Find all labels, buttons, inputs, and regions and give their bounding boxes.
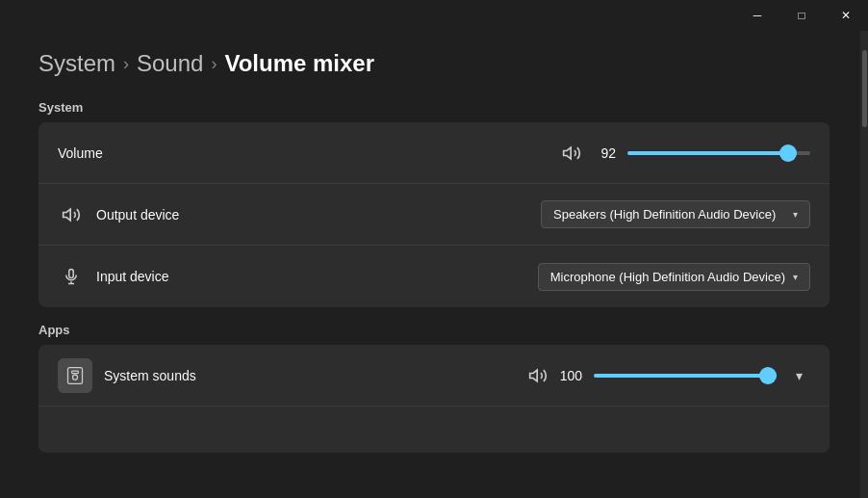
main-content: System › Sound › Volume mixer System Vol… [0,31,868,498]
input-icon [58,267,85,286]
system-sounds-volume-icon [528,366,548,385]
output-device-label: Output device [96,207,541,223]
input-device-value: Microphone (High Definition Audio Device… [550,270,785,284]
system-sounds-expand-button[interactable]: ▾ [788,364,810,387]
svg-rect-2 [69,270,74,278]
system-sounds-slider[interactable] [594,374,777,378]
system-section-label: System [38,100,830,115]
breadcrumb-sep2: › [211,54,217,74]
output-device-row: Output device Speakers (High Definition … [38,184,830,246]
output-device-dropdown[interactable]: Speakers (High Definition Audio Device) … [541,200,810,228]
scrollbar[interactable] [860,31,868,498]
partial-app-row [38,406,830,453]
apps-card: System sounds 100 ▾ [38,345,830,453]
system-sounds-value: 100 [559,368,582,383]
volume-controls: 92 [562,144,810,163]
system-sounds-controls: 100 ▾ [528,364,810,387]
system-sounds-icon [58,358,92,393]
apps-section-label: Apps [38,323,830,337]
partial-row-text [58,423,62,437]
svg-rect-7 [72,371,79,374]
svg-marker-0 [564,147,572,159]
volume-row: Volume 92 [38,122,830,184]
maximize-button[interactable]: □ [779,0,824,31]
input-dropdown-arrow: ▾ [793,272,798,282]
output-dropdown-arrow: ▾ [793,209,798,220]
output-device-value: Speakers (High Definition Audio Device) [553,207,776,222]
svg-rect-5 [68,367,83,383]
volume-value: 92 [593,145,616,161]
system-sounds-label: System sounds [104,368,528,383]
breadcrumb-sound[interactable]: Sound [137,50,203,77]
volume-label: Volume [58,145,562,161]
minimize-button[interactable]: ─ [735,0,779,31]
breadcrumb-system[interactable]: System [38,50,115,77]
input-device-row: Input device Microphone (High Definition… [38,246,830,307]
breadcrumb-current: Volume mixer [224,50,374,77]
scrollbar-thumb [862,50,867,127]
svg-marker-1 [64,209,71,221]
volume-slider[interactable] [627,151,810,155]
svg-marker-8 [530,370,538,381]
titlebar: ─ □ ✕ [0,0,868,31]
svg-point-6 [73,375,78,380]
close-button[interactable]: ✕ [824,0,868,31]
input-device-dropdown[interactable]: Microphone (High Definition Audio Device… [538,263,810,291]
breadcrumb-sep1: › [123,54,129,74]
system-card: Volume 92 [38,122,830,307]
output-icon [58,205,85,224]
input-device-label: Input device [96,269,538,284]
breadcrumb: System › Sound › Volume mixer [38,50,830,77]
volume-icon [562,144,581,163]
apps-section: Apps System sounds [38,323,830,453]
system-sounds-row: System sounds 100 ▾ [38,345,830,406]
